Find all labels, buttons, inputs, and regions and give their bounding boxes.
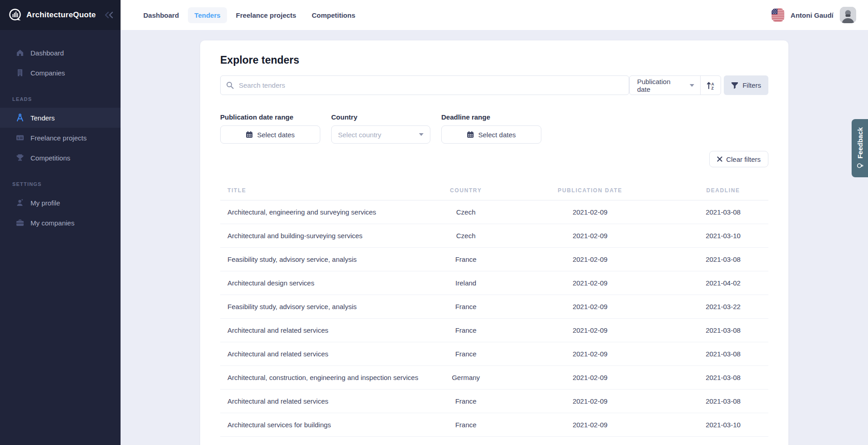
sidebar-item-freelance-projects[interactable]: $ Freelance projects (0, 128, 121, 148)
filter-panel: Publication date range Select dates Coun… (220, 113, 768, 144)
table-row[interactable]: Architectural and building-surveying ser… (220, 224, 768, 247)
calendar-icon (467, 131, 474, 138)
feedback-label: Feedback (856, 127, 864, 159)
chevron-down-icon (419, 133, 424, 136)
top-nav-competitions[interactable]: Competitions (305, 7, 362, 23)
cell-deadline: 2021-03-08 (678, 365, 768, 389)
sidebar-item-label: Freelance projects (30, 134, 86, 142)
drafting-compass-icon (15, 113, 25, 122)
funnel-icon (731, 82, 738, 89)
trophy-icon (15, 153, 25, 162)
top-nav-freelance-projects[interactable]: Freelance projects (230, 7, 303, 23)
sidebar-item-competitions[interactable]: Competitions (0, 148, 121, 168)
topbar: Dashboard Tenders Freelance projects Com… (121, 0, 868, 30)
deadline-filter-label: Deadline range (441, 113, 541, 121)
publication-date-filter-label: Publication date range (220, 113, 320, 121)
table-row[interactable]: Feasibility study, advisory service, ana… (220, 247, 768, 271)
brand-logo-icon (8, 8, 22, 22)
cell-publication-date: 2021-02-09 (502, 224, 678, 247)
cell-publication-date: 2021-02-09 (502, 365, 678, 389)
brand-name: ArchitectureQuote (26, 10, 104, 20)
person-icon (15, 198, 25, 207)
cell-publication-date: 2021-02-09 (502, 200, 678, 224)
filters-button-label: Filters (742, 81, 761, 89)
sidebar-item-companies[interactable]: Companies (0, 63, 121, 83)
table-row[interactable]: Architectural and related services Franc… (220, 389, 768, 413)
cell-deadline: 2021-03-08 (678, 200, 768, 224)
cell-title: Architectural and related services (220, 389, 429, 413)
sidebar-item-label: My companies (30, 219, 75, 227)
chevron-down-icon (690, 84, 694, 87)
cell-publication-date: 2021-02-09 (502, 436, 678, 445)
table-row[interactable]: Architectural, engineering and surveying… (220, 200, 768, 224)
sidebar-item-my-companies[interactable]: My companies (0, 213, 121, 233)
table-row[interactable]: Architectural services for buildings Fra… (220, 413, 768, 436)
us-flag-icon[interactable] (772, 9, 784, 21)
table-row[interactable]: Architectural and related services Franc… (220, 342, 768, 365)
sort-field-dropdown[interactable]: Publication date (630, 76, 700, 95)
sort-direction-button[interactable]: A Z (701, 76, 721, 95)
deadline-select-label: Select dates (478, 131, 516, 139)
sidebar-item-tenders[interactable]: Tenders (0, 108, 121, 128)
feedback-bulb-icon (857, 162, 863, 169)
sidebar-item-my-profile[interactable]: My profile (0, 193, 121, 213)
top-nav-dashboard[interactable]: Dashboard (137, 7, 185, 23)
cell-country: Germany (429, 365, 502, 389)
logo-bar: ArchitectureQuote (0, 0, 121, 30)
header-title: Title (220, 181, 429, 200)
publication-date-filter: Publication date range Select dates (220, 113, 320, 144)
table-row[interactable]: Architectural and related services Franc… (220, 318, 768, 342)
publication-date-select-button[interactable]: Select dates (220, 125, 320, 144)
filters-button[interactable]: Filters (724, 75, 768, 95)
cell-publication-date: 2021-02-09 (502, 295, 678, 318)
top-nav-tenders[interactable]: Tenders (188, 7, 227, 23)
header-country: Country (429, 181, 502, 200)
cell-deadline: 2021-03-08 (678, 247, 768, 271)
cell-deadline: 2021-04-02 (678, 271, 768, 295)
search-icon (226, 81, 234, 89)
cell-deadline: 2021-03-08 (678, 389, 768, 413)
cell-country: France (429, 318, 502, 342)
cell-publication-date: 2021-02-09 (502, 318, 678, 342)
deadline-select-button[interactable]: Select dates (441, 125, 541, 144)
sidebar-collapse-icon[interactable] (104, 11, 114, 19)
controls-row: Publication date A Z (220, 75, 768, 95)
topbar-user-area: Antoni Gaudí (772, 7, 856, 23)
sidebar-item-dashboard[interactable]: Dashboard (0, 43, 121, 63)
feedback-tab[interactable]: Feedback (852, 119, 868, 177)
cell-title: Architectural and related services (220, 342, 429, 365)
sidebar-item-label: Tenders (30, 114, 55, 122)
cell-country: Ireland (429, 271, 502, 295)
cell-deadline: 2021-03-10 (678, 224, 768, 247)
close-icon (717, 156, 722, 162)
cell-title: Architectural and related services (220, 318, 429, 342)
sort-az-icon: A Z (707, 81, 715, 90)
cell-title: Feasibility study, advisory service, ana… (220, 247, 429, 271)
cell-publication-date: 2021-02-09 (502, 389, 678, 413)
cell-publication-date: 2021-02-09 (502, 247, 678, 271)
table-row[interactable]: Architectural design services Ireland 20… (220, 271, 768, 295)
table-row[interactable]: Feasibility study, advisory service, ana… (220, 295, 768, 318)
avatar[interactable] (840, 7, 856, 23)
briefcase-icon (15, 218, 25, 227)
header-publication-date: Publication date (502, 181, 678, 200)
cell-country: Czech (429, 200, 502, 224)
cell-title: Architectural, engineering and related s… (220, 436, 429, 445)
user-name[interactable]: Antoni Gaudí (791, 11, 833, 19)
table-row[interactable]: Architectural, engineering and related s… (220, 436, 768, 445)
country-filter: Country Select country (331, 113, 430, 144)
cell-publication-date: 2021-02-09 (502, 271, 678, 295)
sidebar-nav: Dashboard Companies LEADS Tenders $ F (0, 30, 121, 233)
country-select[interactable]: Select country (331, 125, 430, 144)
cell-title: Feasibility study, advisory service, ana… (220, 295, 429, 318)
search-input[interactable] (220, 75, 629, 95)
svg-text:Z: Z (711, 86, 713, 90)
country-filter-label: Country (331, 113, 430, 121)
clear-filters-button[interactable]: Clear filters (709, 151, 768, 167)
sidebar-item-label: My profile (30, 199, 60, 207)
header-deadline: Deadline (678, 181, 768, 200)
table-row[interactable]: Architectural, construction, engineering… (220, 365, 768, 389)
cell-deadline: 2021-03-08 (678, 436, 768, 445)
svg-text:$: $ (17, 136, 19, 140)
search-box (220, 75, 629, 95)
